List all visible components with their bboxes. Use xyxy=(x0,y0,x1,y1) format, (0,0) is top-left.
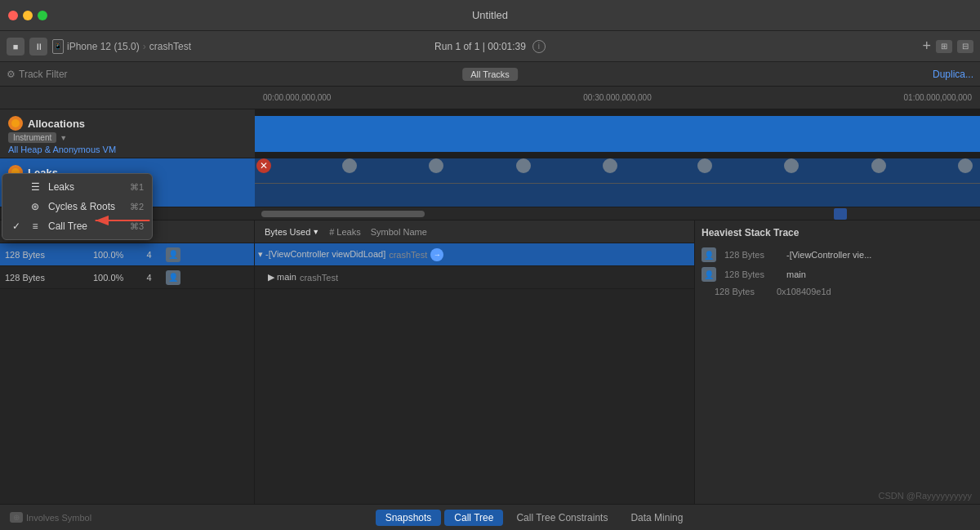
allocations-track-left: Allocations Instrument ▼ All Heap & Anon… xyxy=(0,109,255,158)
scrollbar-thumb[interactable] xyxy=(261,211,425,217)
run-info: Run 1 of 1 | 00:01:39 xyxy=(434,41,526,52)
leak-marker-1 xyxy=(342,158,357,173)
all-tracks-button[interactable]: All Tracks xyxy=(462,68,518,81)
row0-go-button[interactable]: → xyxy=(430,248,443,261)
window-mode-button[interactable]: ⊞ xyxy=(936,40,952,53)
stack-avatar-1: 👤 xyxy=(702,267,716,282)
device-name: iPhone 12 (15.0) xyxy=(67,41,140,52)
row1-symbol-text: ▶ main xyxy=(268,272,296,283)
row1-app: crashTest xyxy=(300,273,338,283)
tab-snapshots[interactable]: Snapshots xyxy=(376,510,442,526)
stack-bytes-0: 128 Bytes xyxy=(724,250,782,260)
allocations-subtitle[interactable]: All Heap & Anonymous VM xyxy=(8,145,247,154)
info-icon[interactable]: i xyxy=(532,40,546,53)
leak-marker-0: ✕ xyxy=(256,158,271,173)
project-name: crashTest xyxy=(149,41,191,52)
toolbar-center: Run 1 of 1 | 00:01:39 i xyxy=(434,40,546,53)
menu-shortcut-calltree: ⌘3 xyxy=(130,221,144,232)
cycles-icon: ⊛ xyxy=(29,201,42,212)
allocations-track-right xyxy=(255,109,980,158)
context-menu: ☰ Leaks ⌘1 ⊛ Cycles & Roots ⌘2 ✓ ≡ Call … xyxy=(2,173,153,240)
data-row-0-center[interactable]: ▾ -[ViewController viewDidLoad] crashTes… xyxy=(255,243,694,266)
menu-check-calltree: ✓ xyxy=(12,220,22,232)
row1-bytes: 128 Bytes xyxy=(0,273,90,283)
duplicate-button[interactable]: Duplica... xyxy=(933,69,973,80)
traffic-lights xyxy=(8,11,47,20)
row0-app: crashTest xyxy=(389,250,427,260)
row0-symbol-text: ▾ -[ViewController viewDidLoad] xyxy=(258,249,385,260)
device-label: 📱 iPhone 12 (15.0) › crashTest xyxy=(52,39,191,54)
row0-leaks: 4 xyxy=(135,250,163,260)
track-filter-label: ⚙ Track Filter xyxy=(7,69,68,80)
toolbar-right: + ⊞ ⊟ xyxy=(922,38,973,55)
col-leaks[interactable]: # Leaks xyxy=(324,227,366,237)
data-row-0-left[interactable]: 128 Bytes 100.0% 4 👤 xyxy=(0,243,254,266)
data-row-1-center[interactable]: ▶ main crashTest xyxy=(255,266,694,289)
data-row-1-left[interactable]: 128 Bytes 100.0% 4 👤 xyxy=(0,266,254,289)
data-left-panel: Call Tree 128 Bytes 100.0% 4 👤 128 Bytes… xyxy=(0,220,255,504)
menu-item-cycles[interactable]: ⊛ Cycles & Roots ⌘2 xyxy=(2,197,152,216)
ruler-labels: 00:00.000,000,000 00:30.000,000,000 01:0… xyxy=(255,87,980,109)
stack-name-2: 0x108409e1d xyxy=(777,287,831,296)
allocations-track: Allocations Instrument ▼ All Heap & Anon… xyxy=(0,109,980,158)
leak-marker-5 xyxy=(697,158,712,173)
tab-call-tree[interactable]: Call Tree xyxy=(444,510,503,526)
split-button[interactable]: ⊟ xyxy=(957,40,973,53)
menu-shortcut-cycles: ⌘2 xyxy=(130,202,144,212)
timeline-ruler: 00:00.000,000,000 00:30.000,000,000 01:0… xyxy=(0,87,980,109)
leaks-track-right: ✕ xyxy=(255,158,980,207)
row1-avatar: 👤 xyxy=(163,270,183,285)
allocations-badge: Instrument xyxy=(8,132,56,143)
title-bar: Untitled xyxy=(0,0,980,31)
device-icon: 📱 xyxy=(52,39,64,54)
calltree-icon: ≡ xyxy=(29,220,42,232)
window-title: Untitled xyxy=(472,9,508,21)
add-button[interactable]: + xyxy=(922,38,931,55)
maximize-button[interactable] xyxy=(38,11,47,20)
menu-item-calltree[interactable]: ✓ ≡ Call Tree ⌘3 xyxy=(2,216,152,236)
ruler-spacer xyxy=(0,87,255,109)
leak-marker-6 xyxy=(784,158,799,173)
scrollbar-track[interactable] xyxy=(255,207,980,220)
involves-text: Involves Symbol xyxy=(26,513,91,523)
minimize-button[interactable] xyxy=(23,11,33,20)
heaviest-stack-panel: Heaviest Stack Trace 👤 128 Bytes -[ViewC… xyxy=(694,220,980,504)
pause-button[interactable]: ⏸ xyxy=(29,38,47,56)
sort-arrow-icon: ▼ xyxy=(312,228,319,236)
stack-row-1: 👤 128 Bytes main xyxy=(702,265,973,284)
close-button[interactable] xyxy=(8,11,18,20)
tab-call-tree-constraints[interactable]: Call Tree Constraints xyxy=(506,510,617,526)
allocations-name: Allocations xyxy=(28,118,85,130)
menu-label-cycles: Cycles & Roots xyxy=(48,201,115,212)
menu-item-leaks[interactable]: ☰ Leaks ⌘1 xyxy=(2,177,152,197)
stop-button[interactable]: ■ xyxy=(7,38,24,56)
toolbar: ■ ⏸ 📱 iPhone 12 (15.0) › crashTest Run 1… xyxy=(0,31,980,62)
ruler-t1: 00:30.000,000,000 xyxy=(583,93,651,102)
col-symbol-name[interactable]: Symbol Name xyxy=(366,227,432,237)
avatar-icon-0: 👤 xyxy=(166,247,180,262)
scroll-marker xyxy=(834,208,847,220)
involves-symbol-label: ⊕ Involves Symbol xyxy=(10,512,91,523)
stack-row-2: 128 Bytes 0x108409e1d xyxy=(702,284,973,299)
row1-symbol: ▶ main crashTest xyxy=(255,272,694,283)
allocations-icon xyxy=(8,116,23,131)
row0-bytes: 128 Bytes xyxy=(0,250,90,260)
data-area: Call Tree 128 Bytes 100.0% 4 👤 128 Bytes… xyxy=(0,220,980,504)
leak-marker-8 xyxy=(958,158,973,173)
data-center-panel: Bytes Used ▼ # Leaks Symbol Name ▾ -[Vie… xyxy=(255,220,694,504)
heaviest-stack-title: Heaviest Stack Trace xyxy=(702,227,973,238)
watermark: CSDN @Rayyyyyyyyyy xyxy=(879,491,972,501)
menu-label-calltree: Call Tree xyxy=(48,220,87,232)
filter-text: Track Filter xyxy=(19,69,68,80)
leak-line xyxy=(255,183,980,184)
stack-row-0: 👤 128 Bytes -[ViewController vie... xyxy=(702,245,973,265)
bottom-tabs: ⊕ Involves Symbol Snapshots Call Tree Ca… xyxy=(0,504,980,530)
row1-pct: 100.0% xyxy=(90,273,135,283)
menu-check-cycles xyxy=(12,201,22,212)
stack-name-0: -[ViewController vie... xyxy=(786,250,871,260)
col-bytes-used[interactable]: Bytes Used ▼ xyxy=(260,227,324,237)
tab-data-mining[interactable]: Data Mining xyxy=(621,510,693,526)
avatar-icon-1: 👤 xyxy=(166,270,180,285)
row0-pct: 100.0% xyxy=(90,250,135,260)
leak-marker-4 xyxy=(603,158,617,173)
